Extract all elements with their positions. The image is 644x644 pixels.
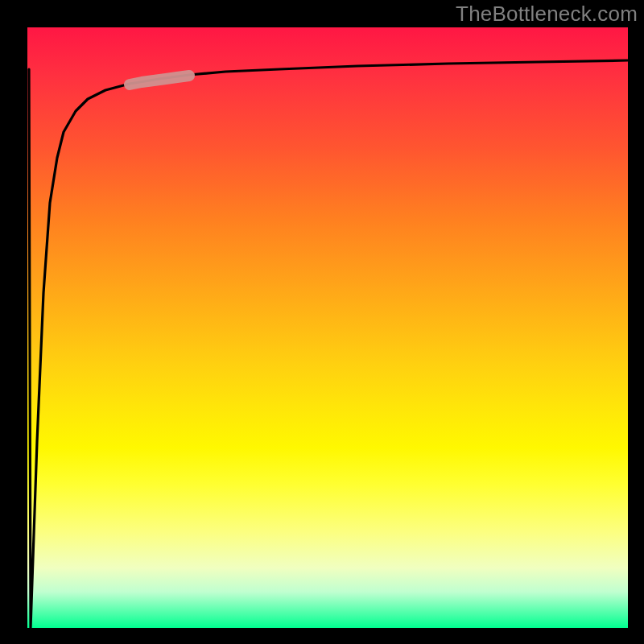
watermark-text: TheBottleneck.com	[456, 2, 638, 27]
plot-area	[27, 27, 628, 628]
chart-frame: TheBottleneck.com	[0, 0, 644, 644]
